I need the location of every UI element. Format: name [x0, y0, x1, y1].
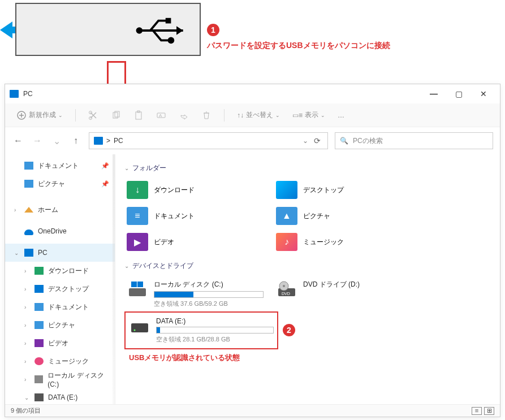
disk-icon [34, 375, 44, 383]
pc-icon [24, 249, 33, 257]
sidebar-label: ピクチャ [48, 321, 75, 330]
rename-button[interactable]: A [153, 108, 170, 123]
sidebar-item-pictures2[interactable]: ›ピクチャ [5, 316, 115, 334]
expand-icon[interactable]: › [14, 207, 20, 213]
minimize-button[interactable]: — [425, 89, 442, 98]
paste-button[interactable] [130, 108, 147, 123]
sidebar-label: ホーム [38, 205, 58, 215]
sidebar: ドキュメント📌 ピクチャ📌 ›ホーム OneDrive ⌄PC ›ダウンロード … [5, 154, 115, 404]
folder-label: デスクトップ [303, 185, 344, 195]
sidebar-item-onedrive[interactable]: OneDrive [5, 222, 115, 240]
usage-bar [154, 291, 264, 298]
devices-header[interactable]: ⌄デバイスとドライブ [124, 261, 491, 271]
folder-item[interactable]: ♪ミュージック [274, 231, 415, 253]
plus-circle-icon [16, 110, 27, 120]
windows-disk-icon [127, 280, 148, 298]
sidebar-label: ビデオ [48, 339, 68, 348]
drive-e[interactable]: DATA (E:) 空き領域 28.1 GB/28.8 GB [127, 314, 276, 347]
copy-icon [111, 110, 121, 120]
sort-icon: ↑↓ [237, 111, 244, 119]
new-button[interactable]: 新規作成 ⌄ [13, 108, 66, 123]
pc-icon [94, 137, 103, 145]
refresh-button[interactable]: ⟳ [312, 136, 323, 145]
annotation-caption-1: パスワードを設定するUSBメモリをパソコンに接続 [207, 41, 390, 51]
sidebar-item-documents[interactable]: ドキュメント📌 [5, 157, 115, 175]
share-button[interactable] [175, 108, 192, 123]
back-button[interactable]: ← [12, 136, 24, 146]
trash-icon [201, 110, 212, 120]
section-label: フォルダー [132, 163, 166, 173]
grid-view-button[interactable] [484, 407, 494, 415]
more-button[interactable]: … [334, 109, 348, 122]
content-pane: ⌄フォルダー ↓ダウンロードデスクトップ≡ドキュメント▲ピクチャ▶ビデオ♪ミュー… [115, 154, 500, 404]
folder-label: ドキュメント [154, 211, 195, 221]
collapse-icon[interactable]: ⌄ [14, 250, 20, 256]
status-bar: 9 個の項目 [5, 404, 500, 417]
cut-button[interactable] [85, 108, 102, 123]
sidebar-label: ローカル ディスク (C:) [48, 371, 115, 388]
sidebar-item-edrive[interactable]: ⌄DATA (E:) [5, 388, 115, 404]
music-icon [34, 357, 44, 365]
view-label: 表示 [305, 110, 318, 120]
sidebar-item-pc[interactable]: ⌄PC [5, 244, 115, 262]
sidebar-item-music[interactable]: ›ミュージック [5, 352, 115, 370]
drive-dvd[interactable]: DVD DVD ドライブ (D:) [274, 276, 415, 311]
annotation-caption-2: USBメモリが認識されている状態 [129, 353, 278, 363]
picture-icon [34, 321, 44, 329]
pin-icon: 📌 [101, 180, 109, 188]
sort-label: 並べ替え [246, 110, 273, 120]
address-bar[interactable]: > PC ⌄ ⟳ [89, 132, 328, 149]
copy-button[interactable] [107, 108, 124, 123]
sidebar-item-pictures[interactable]: ピクチャ📌 [5, 175, 115, 193]
folder-item[interactable]: ↓ダウンロード [124, 179, 266, 201]
nav-row: ← → ⌄ ↑ > PC ⌄ ⟳ 🔍 PCの検索 [5, 127, 500, 154]
folder-item[interactable]: ▲ピクチャ [274, 205, 415, 227]
folder-item[interactable]: デスクトップ [274, 179, 415, 201]
search-placeholder: PCの検索 [353, 136, 383, 146]
breadcrumb-pc[interactable]: PC [114, 137, 123, 145]
svg-text:A: A [159, 113, 162, 118]
paste-icon [133, 110, 144, 120]
usb-logo-icon [133, 14, 189, 47]
sidebar-item-documents2[interactable]: ›ドキュメント [5, 298, 115, 316]
sidebar-label: デスクトップ [48, 284, 89, 294]
folders-header[interactable]: ⌄フォルダー [124, 163, 491, 173]
search-icon: 🔍 [340, 137, 348, 145]
dvd-icon: DVD [276, 280, 297, 298]
highlight-box: DATA (E:) 空き領域 28.1 GB/28.8 GB [124, 311, 278, 349]
sidebar-item-desktop[interactable]: ›デスクトップ [5, 280, 115, 298]
folder-item[interactable]: ≡ドキュメント [124, 205, 266, 227]
chevron-down-icon[interactable]: ⌄ [303, 137, 308, 145]
delete-button[interactable] [198, 108, 215, 123]
view-button[interactable]: ▭≡ 表示 ⌄ [289, 108, 329, 122]
up-button[interactable]: ↑ [70, 136, 82, 146]
search-input[interactable]: 🔍 PCの検索 [335, 132, 493, 149]
sidebar-label: PC [38, 249, 48, 257]
drive-space: 空き領域 37.6 GB/59.2 GB [154, 300, 264, 308]
item-count: 9 個の項目 [11, 406, 41, 415]
list-view-button[interactable] [472, 407, 482, 415]
svg-rect-12 [136, 112, 141, 119]
breadcrumb-sep: > [106, 137, 110, 145]
sidebar-label: ドキュメント [48, 302, 89, 312]
drive-c[interactable]: ローカル ディスク (C:) 空き領域 37.6 GB/59.2 GB [124, 276, 266, 311]
sidebar-item-videos[interactable]: ›ビデオ [5, 334, 115, 352]
folder-item[interactable]: ▶ビデオ [124, 231, 266, 253]
new-button-label: 新規作成 [29, 110, 56, 120]
toolbar: 新規作成 ⌄ A ↑↓ 並べ替え ⌄ ▭≡ 表示 ⌄ … [5, 103, 500, 127]
drive-name: ローカル ディスク (C:) [154, 280, 264, 289]
titlebar: PC — ▢ ✕ [5, 84, 500, 103]
svg-rect-16 [129, 288, 146, 296]
explorer-window: PC — ▢ ✕ 新規作成 ⌄ A ↑↓ 並べ替え ⌄ ▭≡ 表示 ⌄ … [5, 84, 500, 417]
forward-button[interactable]: → [31, 136, 44, 146]
close-button[interactable]: ✕ [475, 89, 492, 98]
sidebar-label: OneDrive [38, 227, 67, 235]
sidebar-item-home[interactable]: ›ホーム [5, 201, 115, 219]
sort-button[interactable]: ↑↓ 並べ替え ⌄ [234, 108, 283, 122]
usage-bar [156, 327, 274, 334]
sidebar-item-cdrive[interactable]: ›ローカル ディスク (C:) [5, 370, 115, 388]
sidebar-item-downloads[interactable]: ›ダウンロード [5, 262, 115, 280]
recent-button[interactable]: ⌄ [50, 136, 63, 146]
maximize-button[interactable]: ▢ [450, 89, 467, 98]
sidebar-label: ピクチャ [38, 179, 65, 189]
